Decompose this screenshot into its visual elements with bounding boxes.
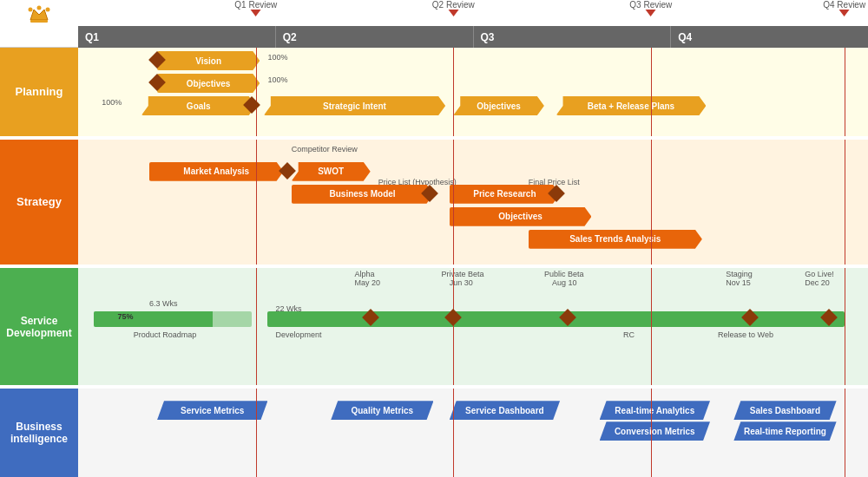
sales-dashboard-bar: Sales Dashboard	[733, 401, 836, 420]
development-label: Development	[276, 330, 322, 339]
service-label: ServiceDevelopment	[0, 268, 78, 386]
objectives-pct-label: 100%	[267, 75, 287, 84]
q2-review-line-s	[453, 140, 454, 265]
swot-bar: SWOT	[292, 162, 371, 181]
conversion-metrics-bar: Conversion Metrics	[600, 421, 710, 441]
planning-section: Planning Vision 100% Objectives 100% 100…	[0, 48, 868, 136]
q4-review-label: Q4 Review	[823, 0, 865, 10]
goals-pct-label: 100%	[102, 98, 122, 107]
q4-review-line	[845, 48, 845, 136]
sales-trends-bar: Sales Trends Analysis	[529, 230, 702, 249]
product-roadmap-bar-fill	[94, 311, 213, 327]
strategy-content: Competitor Review Price List (Hypothesis…	[78, 140, 868, 265]
service-metrics-bar: Service Metrics	[157, 401, 267, 420]
q2-review-label: Q2 Review	[432, 0, 475, 10]
q3-review-line-sd	[651, 268, 652, 386]
rc-label: RC	[623, 330, 635, 339]
q1-review-line-s	[256, 140, 257, 265]
q2-review-marker: Q2 Review	[432, 0, 475, 16]
strategy-objectives-bar: Objectives	[450, 207, 592, 226]
quarter-bar-spacer	[0, 26, 78, 48]
business-model-bar: Business Model	[292, 185, 434, 204]
q4-review-marker: Q4 Review	[823, 0, 865, 16]
public-beta-label: Public Beta	[544, 270, 584, 278]
product-roadmap-label: Product Roadmap	[134, 330, 197, 339]
q3-segment: Q3	[474, 26, 672, 48]
service-dashboard-bar: Service Dashboard	[450, 401, 560, 420]
svg-marker-0	[30, 10, 48, 20]
vision-pct-label: 100%	[267, 53, 287, 62]
q1-review-line-bi	[256, 389, 257, 477]
svg-point-2	[37, 6, 42, 10]
q3-review-arrow	[646, 10, 656, 16]
svg-point-1	[29, 8, 33, 12]
q3-review-line-s	[651, 140, 652, 265]
q1-segment: Q1	[78, 26, 276, 48]
public-beta-date-label: Aug 10	[552, 278, 577, 287]
svg-point-3	[46, 8, 50, 12]
alpha-label: Alpha	[355, 270, 375, 278]
price-research-bar: Price Research	[450, 185, 560, 204]
q1-review-line	[256, 48, 257, 136]
q1-review-label: Q1 Review	[234, 0, 277, 10]
vision-bar: Vision	[157, 51, 260, 70]
strategy-section: Strategy Competitor Review Price List (H…	[0, 140, 868, 265]
competitor-review-label: Competitor Review	[292, 145, 358, 154]
q3-review-marker: Q3 Review	[629, 0, 672, 16]
planning-objectives-bar: Objectives	[157, 74, 260, 93]
planning-label: Planning	[0, 48, 78, 136]
strategic-intent-bar: Strategic Intent	[264, 96, 445, 115]
service-content: Alpha May 20 Private Beta Jun 30 Public …	[78, 268, 868, 386]
strategy-label: Strategy	[0, 140, 78, 265]
q2-review-line-sd	[453, 268, 454, 386]
progress-75-label: 75%	[118, 312, 134, 321]
q3-review-line	[651, 48, 652, 136]
staging-label: Staging	[726, 270, 753, 278]
development-bar	[267, 311, 844, 327]
header-label-spacer	[0, 0, 78, 26]
q4-review-line-sd	[845, 268, 845, 386]
q4-segment: Q4	[671, 26, 868, 48]
release-to-web-label: Release to Web	[718, 330, 773, 339]
q2-review-line	[453, 48, 454, 136]
bi-section: Businessintelligence Service Metrics Qua…	[0, 389, 868, 477]
service-section: ServiceDevelopment Alpha May 20 Private …	[0, 268, 868, 386]
market-analysis-bar: Market Analysis	[149, 162, 284, 181]
staging-date-label: Nov 15	[726, 278, 751, 287]
q4-review-line-s	[845, 140, 845, 265]
gantt-chart: Q1 Review Q2 Review Q3 Review Q4 Review	[0, 0, 868, 477]
crown-icon	[27, 1, 51, 25]
q2-segment: Q2	[276, 26, 474, 48]
q1-review-arrow	[251, 10, 261, 16]
q1-review-line-sd	[256, 268, 257, 386]
beta-release-bar: Beta + Release Plans	[556, 96, 707, 115]
realtime-analytics-bar: Real-time Analytics	[600, 401, 710, 420]
q4-review-line-bi	[845, 389, 845, 477]
q3-review-line-bi	[651, 389, 652, 477]
q3-review-label: Q3 Review	[629, 0, 672, 10]
bi-label: Businessintelligence	[0, 389, 78, 477]
planning-objectives2-bar: Objectives	[453, 96, 544, 115]
q2-review-arrow	[448, 10, 458, 16]
q4-review-arrow	[839, 10, 850, 16]
planning-content: Vision 100% Objectives 100% 100% Goals S…	[78, 48, 868, 136]
goals-bar: Goals	[141, 96, 256, 115]
quarter-bar: Q1 Q2 Q3 Q4	[0, 26, 868, 48]
header-timeline: Q1 Review Q2 Review Q3 Review Q4 Review	[78, 0, 868, 26]
quarter-bar-timeline: Q1 Q2 Q3 Q4	[78, 26, 868, 48]
q2-review-line-bi	[453, 389, 454, 477]
q1-review-marker: Q1 Review	[234, 0, 277, 16]
realtime-reporting-bar: Real-time Reporting	[733, 421, 836, 441]
header-row: Q1 Review Q2 Review Q3 Review Q4 Review	[0, 0, 868, 26]
wks-6-label: 6.3 Wks	[149, 299, 178, 308]
alpha-date-label: May 20	[355, 278, 381, 287]
swot-milestone	[279, 162, 296, 180]
private-beta-label: Private Beta	[442, 270, 484, 278]
golive-date-label: Dec 20	[805, 278, 830, 287]
svg-rect-4	[30, 20, 48, 23]
quality-metrics-bar: Quality Metrics	[331, 401, 433, 420]
golive-label: Go Live!	[805, 270, 834, 278]
bi-content: Service Metrics Quality Metrics Service …	[78, 389, 868, 477]
